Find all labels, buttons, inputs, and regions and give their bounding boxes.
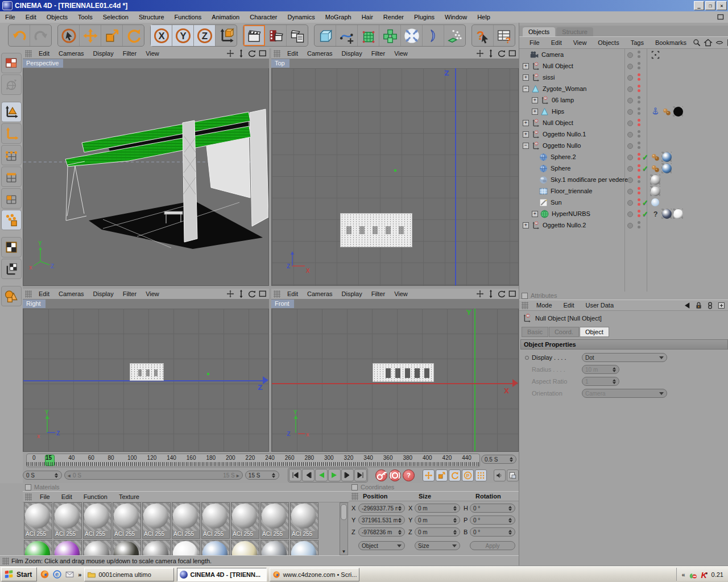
material-thumb[interactable] <box>290 540 318 555</box>
taskbar-task[interactable]: CINEMA 4D - [TRIENN... <box>177 568 267 581</box>
attr-spinner[interactable]: 1 <box>582 377 619 386</box>
tree-row[interactable]: +HyperNURBS✓? <box>519 208 728 219</box>
structure-browser-button[interactable]: ? <box>494 25 515 46</box>
collapse-toggle[interactable]: − <box>523 86 529 92</box>
visibility-dot-editor[interactable] <box>638 51 640 53</box>
enabled-check[interactable]: ✓ <box>642 210 648 218</box>
object-label[interactable]: Sphere <box>551 165 570 172</box>
menu-animation[interactable]: Animation <box>206 13 245 22</box>
position-y-field[interactable]: 371961.531 m <box>358 516 405 525</box>
vpmenu-view[interactable]: View <box>141 290 164 297</box>
viewport-name[interactable]: Top <box>271 59 289 68</box>
viewport-grip[interactable] <box>25 290 32 298</box>
visibility-dot-render[interactable] <box>638 203 640 206</box>
lock-y-button[interactable]: Y <box>172 25 194 46</box>
menu-tools[interactable]: Tools <box>73 13 98 22</box>
matmenu-texture[interactable]: Texture <box>113 493 145 500</box>
vpmenu-cameras[interactable]: Cameras <box>54 50 89 57</box>
tree-row[interactable]: Sky.1 modificare per vedere <box>519 174 728 185</box>
spheres-tag[interactable] <box>650 152 660 162</box>
visibility-dot-render[interactable] <box>638 192 640 194</box>
vpmenu-filter[interactable]: Filter <box>118 290 141 297</box>
tree-row[interactable]: Sphere✓ <box>519 163 728 174</box>
viewport-canvas-right[interactable]: ZYZx <box>23 309 269 452</box>
material-thumb[interactable] <box>172 540 200 555</box>
layer-dot[interactable] <box>627 132 633 138</box>
addpanel-button[interactable] <box>717 301 726 310</box>
material-thumb[interactable]: ACI 255 <box>24 502 52 539</box>
frame-interval-spinner[interactable]: 0.5 S <box>481 455 516 464</box>
size-y-field[interactable]: 0 m <box>415 516 460 525</box>
material-thumb[interactable] <box>83 540 111 555</box>
expand-toggle[interactable]: + <box>523 131 529 138</box>
visibility-dot-editor[interactable] <box>638 176 640 178</box>
material-thumb[interactable] <box>260 540 289 555</box>
live-selection-button[interactable] <box>58 25 80 46</box>
visibility-dot-editor[interactable] <box>638 73 640 76</box>
tree-row[interactable]: Sphere.2✓ <box>519 151 728 163</box>
menu-render[interactable]: Render <box>378 13 409 22</box>
ommenu-bookmarks[interactable]: Bookmarks <box>650 39 692 46</box>
visibility-dot-render[interactable] <box>638 226 640 228</box>
layer-dot[interactable] <box>627 177 633 183</box>
visibility-dot-render[interactable] <box>638 180 640 183</box>
object-label[interactable]: Oggetto Nullo.1 <box>543 131 586 138</box>
menu-character[interactable]: Character <box>245 13 282 22</box>
layer-dot[interactable] <box>627 211 633 217</box>
attr-tab-basic[interactable]: Basic <box>522 327 548 337</box>
vprotate-button[interactable] <box>247 49 257 58</box>
keyframe-selection-button[interactable] <box>507 469 519 481</box>
layer-dot[interactable] <box>627 64 633 69</box>
matmenu-file[interactable]: File <box>34 493 56 500</box>
vpmenu-display[interactable]: Display <box>89 290 118 297</box>
taskbar-task[interactable]: 0001cinema ultimo <box>84 568 174 581</box>
key-scale-button[interactable] <box>436 469 448 481</box>
ommenu-view[interactable]: View <box>568 39 593 46</box>
object-label[interactable]: 06 lamp <box>552 97 574 103</box>
render-view-button[interactable] <box>243 25 265 46</box>
go-start-button[interactable] <box>289 469 301 481</box>
visibility-dot-render[interactable] <box>638 123 640 126</box>
scroll-thumb[interactable] <box>341 504 347 520</box>
object-label[interactable]: Sun <box>551 199 562 206</box>
material-tag[interactable] <box>661 152 672 162</box>
firefox-quicklaunch[interactable] <box>39 569 49 580</box>
menu-hair[interactable]: Hair <box>357 13 378 22</box>
attributes-collapse-checkbox[interactable] <box>522 293 528 299</box>
mail-quicklaunch[interactable] <box>64 569 75 580</box>
texture-axis-mode-button[interactable] <box>1 259 22 279</box>
vpmenu-filter[interactable]: Filter <box>118 50 141 57</box>
tree-row[interactable]: −Zygote_Woman <box>519 83 728 94</box>
size-x-field[interactable]: 0 m <box>415 504 460 513</box>
vpmenu-view[interactable]: View <box>390 50 412 57</box>
expand-toggle[interactable]: + <box>523 222 529 228</box>
record-autokey-button[interactable] <box>389 469 401 481</box>
home-button[interactable] <box>704 38 713 47</box>
object-label[interactable]: Oggetto Nullo.2 <box>543 222 586 228</box>
size-mode-dropdown[interactable]: Size <box>415 541 460 550</box>
material-tag[interactable] <box>650 174 660 185</box>
layer-dot[interactable] <box>627 86 633 92</box>
sound-button[interactable] <box>494 469 506 481</box>
vpmenu-filter[interactable]: Filter <box>367 290 390 297</box>
pan-button[interactable] <box>226 49 235 58</box>
prev-frame-button[interactable] <box>302 469 315 481</box>
model-mode-button[interactable] <box>1 210 22 230</box>
frame-ruler[interactable]: 0154060801001201401601802002202402602803… <box>26 454 480 467</box>
tree-row[interactable]: +0Null Object <box>519 117 728 128</box>
timeline-start-spinner[interactable]: 0 S <box>23 471 62 480</box>
vpmenu-display[interactable]: Display <box>89 50 118 57</box>
material-thumb[interactable]: ACI 255 <box>201 502 230 539</box>
tree-row[interactable]: +0Oggetto Nullo.1 <box>519 128 728 140</box>
size-z-field[interactable]: 0 m <box>415 527 460 537</box>
layer-dot[interactable] <box>627 200 633 206</box>
target-tag[interactable] <box>650 49 660 60</box>
object-label[interactable]: sissi <box>543 74 555 81</box>
key-rotation-button[interactable] <box>449 469 461 481</box>
ommenu-file[interactable]: File <box>524 39 545 46</box>
layer-dot[interactable] <box>627 166 633 172</box>
rotation-h-field[interactable]: 0 ° <box>470 504 515 513</box>
move-button[interactable] <box>80 25 101 46</box>
attrmenu-user-data[interactable]: User Data <box>580 302 620 309</box>
tree-row[interactable]: −0Oggetto Nullo <box>519 140 728 151</box>
